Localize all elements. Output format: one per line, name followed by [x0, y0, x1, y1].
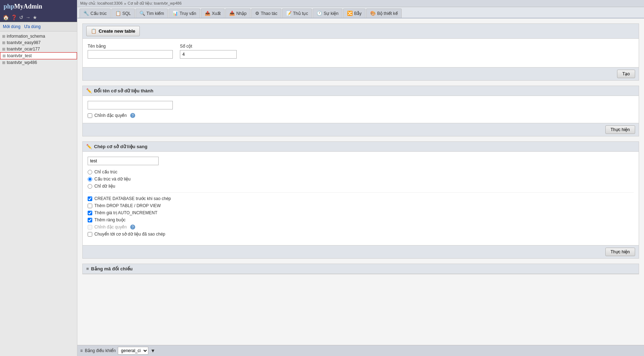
help-icon[interactable]: ❓	[11, 15, 17, 20]
bottom-bar-arrow: ▼	[150, 348, 155, 354]
recent-link[interactable]: Ưa dùng	[24, 24, 41, 29]
bottom-bar-label: Bảng điều khiển	[85, 348, 116, 353]
tab-operations[interactable]: ⚙ Thao tác	[251, 9, 281, 18]
tab-label: Thủ tục	[293, 11, 308, 16]
main-content: Máy chủ: localhost:3306 » Cơ sở dữ liệu:…	[77, 0, 644, 356]
tree-expand-icon: ⊞	[2, 41, 5, 45]
create-table-body: Tên bảng Số cột	[83, 39, 639, 67]
tree-label: toantvbr_ocar177	[7, 47, 40, 52]
user-links: Mới dùng Ưa dùng	[0, 22, 77, 32]
tab-label: Tìm kiếm	[147, 11, 164, 16]
star-icon[interactable]: ★	[33, 15, 37, 20]
checkbox-constraints-label[interactable]: Thêm ràng buộc	[94, 217, 126, 222]
refresh-icon[interactable]: ↺	[19, 15, 23, 20]
adjust-privileges-label[interactable]: Chỉnh đặc quyền	[94, 113, 127, 118]
checkbox-switch-to-input[interactable]	[88, 232, 92, 237]
triggers-icon: 🔀	[347, 11, 353, 16]
tree-item-information-schema[interactable]: ⊞ information_schema	[0, 33, 77, 39]
radio-data-only-label[interactable]: Chỉ dữ liệu	[94, 184, 115, 189]
tab-events[interactable]: 🕐 Sự kiện	[313, 9, 342, 18]
checkbox-switch-to-label[interactable]: Chuyển tới cơ sở dữ liệu đã sao chép	[94, 232, 165, 237]
create-table-header: 📋 Create new table	[83, 24, 639, 39]
tab-structure[interactable]: 🔧 Cấu trúc	[79, 9, 111, 18]
tree-label: toantvbr_test	[7, 53, 32, 58]
radio-data-only: Chỉ dữ liệu	[88, 184, 634, 189]
new-user-link[interactable]: Mới dùng	[3, 24, 21, 29]
rename-db-input[interactable]	[88, 101, 173, 109]
tab-label: Sự kiện	[324, 11, 338, 16]
checkbox-drop-table-input[interactable]	[88, 204, 92, 208]
create-table-submit-button[interactable]: Tạo	[617, 70, 635, 78]
tab-search[interactable]: 🔍 Tìm kiếm	[136, 9, 168, 18]
create-table-footer: Tạo	[83, 67, 639, 80]
copy-target-input[interactable]	[88, 157, 159, 165]
radio-structure-only: Chỉ cấu trúc	[88, 169, 634, 174]
routines-icon: 📝	[286, 11, 292, 16]
divider	[88, 192, 634, 193]
radio-data-only-input[interactable]	[88, 184, 92, 189]
rename-input-group	[88, 101, 634, 109]
tab-label: Xuất	[212, 11, 221, 16]
breadcrumb-server: Máy chủ: localhost:3306	[80, 1, 123, 6]
rename-db-execute-button[interactable]: Thực hiện	[605, 125, 635, 134]
forward-icon[interactable]: →	[26, 15, 31, 20]
checkbox-constraints-input[interactable]	[88, 218, 92, 222]
logo-text: phpMyAdmin	[4, 3, 42, 10]
checkbox-drop-table-label[interactable]: Thêm DROP TABLE / DROP VIEW	[94, 203, 161, 208]
adjust-privileges-row: Chỉnh đặc quyền ?	[88, 113, 634, 118]
radio-structure-only-label[interactable]: Chỉ cấu trúc	[94, 169, 117, 174]
table-name-input[interactable]	[88, 50, 173, 59]
copy-db-execute-button[interactable]: Thực hiện	[605, 248, 635, 256]
collation-header: ≡ Bảng mã đối chiếu	[83, 264, 639, 274]
tree-item-wp486[interactable]: ⊞ toantvbr_wp486	[0, 59, 77, 66]
sidebar-icon-bar: 🏠 ❓ ↺ → ★	[0, 13, 77, 22]
tree-item-easy987[interactable]: ⊞ toantvbr_easy987	[0, 39, 77, 46]
breadcrumb: Máy chủ: localhost:3306 » Cơ sở dữ liệu:…	[77, 0, 644, 7]
checkbox-auto-increment-label[interactable]: Thêm giá trị AUTO_INCREMENT	[94, 210, 157, 215]
tab-label: Cấu trúc	[90, 11, 107, 16]
tree-label: toantvbr_easy987	[7, 40, 40, 45]
tab-sql[interactable]: 📋 SQL	[111, 9, 135, 18]
breadcrumb-arrow: »	[124, 1, 126, 6]
help-icon-rename[interactable]: ?	[130, 113, 135, 118]
tree-item-test[interactable]: ⊞ toantvbr_test	[0, 52, 77, 59]
col-count-input[interactable]	[180, 50, 237, 59]
rename-db-section: ✏️ Đổi tên cơ sở dữ liệu thành Chỉnh đặc…	[82, 86, 639, 136]
create-new-table-button[interactable]: 📋 Create new table	[86, 26, 140, 36]
tab-routines[interactable]: 📝 Thủ tục	[282, 9, 312, 18]
checkbox-create-db-input[interactable]	[88, 196, 92, 201]
copy-db-title: Chép cơ sở dữ liệu sang	[94, 144, 147, 149]
table-name-group: Tên bảng	[88, 44, 173, 59]
checkbox-create-db-label[interactable]: CREATE DATABASE trước khi sao chép	[94, 196, 171, 201]
help-icon-copy[interactable]: ?	[130, 225, 135, 230]
breadcrumb-database: Cơ sở dữ liệu: toantvbr_wp486	[128, 1, 182, 6]
adjust-privileges-checkbox[interactable]	[88, 113, 92, 118]
radio-structure-data-input[interactable]	[88, 177, 92, 182]
rename-icon: ✏️	[86, 88, 92, 93]
checkbox-switch-to: Chuyển tới cơ sở dữ liệu đã sao chép	[88, 232, 634, 237]
collation-icon: ≡	[86, 266, 89, 271]
tab-import[interactable]: 📥 Nhập	[225, 9, 251, 18]
tab-triggers[interactable]: 🔀 Bẫy	[343, 9, 365, 18]
tab-label: Nhập	[236, 11, 247, 16]
tree-item-ocar177[interactable]: ⊞ toantvbr_ocar177	[0, 46, 77, 52]
copy-mode-group: Chỉ cấu trúc Cấu trúc và dữ liệu Chỉ dữ …	[88, 169, 634, 189]
radio-structure-data-label[interactable]: Cấu trúc và dữ liệu	[94, 177, 131, 182]
radio-structure-only-input[interactable]	[88, 170, 92, 174]
tree-label: information_schema	[7, 34, 45, 39]
tab-designer[interactable]: 🎨 Bộ thiết kế	[366, 9, 402, 18]
tab-label: Bẫy	[354, 11, 362, 16]
home-icon[interactable]: 🏠	[3, 15, 9, 20]
bottom-bar-icon: ≡	[80, 348, 83, 353]
rename-db-title: Đổi tên cơ sở dữ liệu thành	[94, 88, 153, 93]
tab-query[interactable]: 📊 Truy vấn	[169, 9, 200, 18]
tab-export[interactable]: 📤 Xuất	[201, 9, 225, 18]
checkbox-auto-increment-input[interactable]	[88, 211, 92, 215]
structure-icon: 🔧	[83, 11, 89, 16]
create-table-icon: 📋	[91, 28, 97, 34]
collation-select[interactable]: general_ci	[118, 347, 148, 355]
checkbox-drop-table: Thêm DROP TABLE / DROP VIEW	[88, 203, 634, 208]
copy-db-header: ✏️ Chép cơ sở dữ liệu sang	[83, 142, 639, 152]
create-table-button-label: Create new table	[99, 28, 135, 34]
tree-label: toantvbr_wp486	[7, 60, 37, 65]
